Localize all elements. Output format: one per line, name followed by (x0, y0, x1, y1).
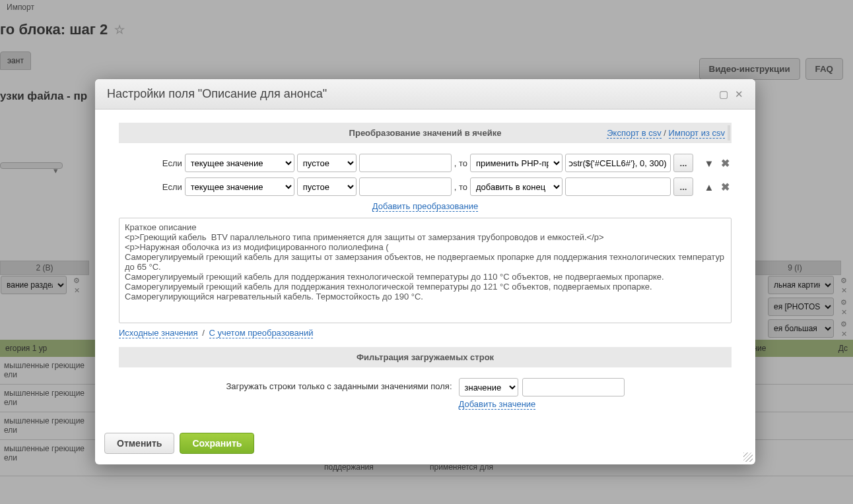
resize-grip-icon[interactable] (743, 453, 753, 462)
transform-rule-row: Если текущее значение пустое , то примен… (119, 154, 732, 172)
if-label: Если (162, 158, 182, 168)
condition-subject-select[interactable]: текущее значение (185, 177, 294, 196)
delete-rule-icon[interactable]: ✖ (718, 157, 732, 170)
modal-title: Настройки поля "Описание для анонса" (107, 87, 712, 101)
export-csv-link[interactable]: Экспорт в csv (607, 128, 661, 139)
import-csv-link[interactable]: Импорт из csv (669, 128, 725, 139)
transform-section-header: Преобразование значений в ячейке Экспорт… (119, 123, 732, 143)
action-select[interactable]: добавить в конец (470, 177, 563, 196)
filter-section-header: Фильтрация загружаемых строк (119, 347, 732, 367)
add-filter-value-link[interactable]: Добавить значение (459, 399, 536, 410)
if-label: Если (162, 182, 182, 192)
close-icon[interactable]: ✕ (735, 89, 743, 99)
save-button[interactable]: Сохранить (180, 433, 254, 454)
move-up-icon[interactable]: ▲ (702, 181, 716, 193)
expression-editor-button[interactable]: ... (673, 154, 693, 172)
condition-predicate-select[interactable]: пустое (297, 177, 357, 196)
action-value-input[interactable] (565, 154, 671, 172)
preview-textarea[interactable]: Краткое описание <p>Греющий кабель BTV п… (119, 218, 732, 323)
section-divider (728, 125, 730, 141)
condition-predicate-select[interactable]: пустое (297, 154, 357, 172)
action-select[interactable]: применить PHP-пр (470, 154, 563, 172)
then-label: , то (454, 158, 467, 168)
action-value-input[interactable] (565, 177, 671, 196)
add-transform-link[interactable]: Добавить преобразование (372, 201, 478, 212)
cancel-button[interactable]: Отменить (104, 433, 174, 454)
modal-header: Настройки поля "Описание для анонса" ▢ ✕ (95, 79, 755, 110)
field-settings-modal: Настройки поля "Описание для анонса" ▢ ✕… (95, 79, 755, 464)
toggle-source-values[interactable]: Исходные значения (119, 328, 198, 338)
delete-rule-icon[interactable]: ✖ (718, 181, 732, 193)
filter-label: Загружать строки только с заданными знач… (226, 378, 452, 391)
maximize-icon[interactable]: ▢ (719, 89, 728, 99)
modal-footer: Отменить Сохранить (95, 426, 755, 464)
toggle-converted-values[interactable]: С учетом преобразований (209, 328, 314, 338)
transform-rule-row: Если текущее значение пустое , то добави… (119, 177, 732, 196)
filter-value-input[interactable] (522, 378, 625, 396)
expression-editor-button[interactable]: ... (673, 177, 693, 196)
condition-value-input[interactable] (359, 177, 452, 196)
then-label: , то (454, 182, 467, 192)
move-down-icon[interactable]: ▼ (702, 158, 716, 169)
condition-subject-select[interactable]: текущее значение (185, 154, 294, 172)
filter-type-select[interactable]: значение (459, 378, 518, 396)
condition-value-input[interactable] (359, 154, 452, 172)
